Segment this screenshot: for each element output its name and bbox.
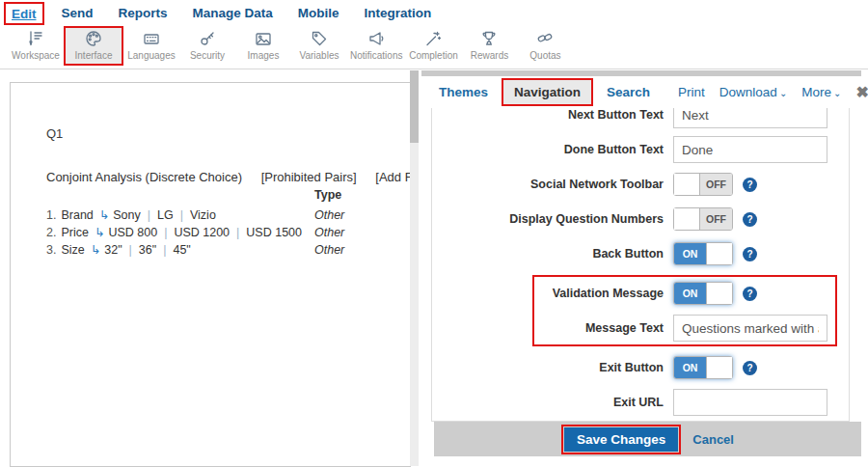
done-button-text-row: Done Button Text bbox=[432, 136, 849, 163]
attribute-level: 32" bbox=[104, 243, 122, 257]
social-network-toolbar-label: Social Network Toolbar bbox=[432, 178, 664, 191]
nav-item-integration[interactable]: Integration bbox=[365, 6, 432, 20]
help-icon[interactable]: ? bbox=[743, 361, 757, 375]
toolbar-item-quotas[interactable]: Quotas bbox=[517, 26, 573, 61]
chain-links-icon bbox=[535, 29, 555, 48]
interface-palette-icon bbox=[84, 29, 103, 48]
toolbar-item-variables[interactable]: Variables bbox=[291, 26, 347, 61]
key-icon bbox=[198, 29, 217, 48]
more-label: More bbox=[801, 85, 831, 99]
done-button-text-label: Done Button Text bbox=[432, 143, 664, 156]
display-question-numbers-row: Display Question Numbers OFF ? bbox=[432, 206, 849, 233]
attribute-row: 2.Price↳USD 800|USD 1200|USD 1500 Other bbox=[46, 224, 411, 241]
vertical-scrollbar[interactable] bbox=[410, 70, 419, 466]
toolbar-item-completion[interactable]: Completion bbox=[405, 26, 461, 61]
toggle-state-label: OFF bbox=[700, 174, 732, 195]
social-network-toolbar-row: Social Network Toolbar OFF ? bbox=[432, 171, 849, 198]
prohibited-pairs-link[interactable]: [Prohibited Pairs] bbox=[261, 170, 357, 184]
scrollbar-thumb[interactable] bbox=[410, 70, 419, 143]
level-arrow-icon: ↳ bbox=[91, 243, 100, 257]
nav-item-mobile[interactable]: Mobile bbox=[298, 6, 339, 20]
download-link[interactable]: Download⌄ bbox=[719, 85, 787, 99]
attribute-number: 3. bbox=[46, 243, 56, 257]
help-icon[interactable]: ? bbox=[743, 178, 757, 192]
megaphone-icon bbox=[366, 29, 386, 48]
more-link[interactable]: More⌄ bbox=[801, 85, 841, 99]
message-text-row: Message Text bbox=[534, 315, 835, 342]
toolbar-item-label: Completion bbox=[409, 50, 458, 61]
back-button-toggle[interactable]: ON bbox=[673, 242, 733, 265]
toolbar-item-notifications[interactable]: Notifications bbox=[347, 26, 405, 61]
question-title: Conjoint Analysis (Discrete Choice) bbox=[46, 170, 242, 184]
toolbar-item-images[interactable]: Images bbox=[235, 26, 291, 61]
pipe-separator: | bbox=[180, 208, 183, 222]
nav-item-reports[interactable]: Reports bbox=[119, 6, 168, 20]
settings-tab-bar: Themes Navigation Search Print Download⌄… bbox=[421, 76, 861, 108]
social-network-toolbar-toggle[interactable]: OFF bbox=[673, 173, 733, 196]
validation-message-label: Validation Message bbox=[534, 287, 664, 300]
back-button-row: Back Button ON ? bbox=[432, 240, 849, 267]
toolbar-item-workspace[interactable]: Workspace bbox=[8, 26, 64, 61]
toolbar-item-interface[interactable]: Interface bbox=[64, 26, 123, 66]
attribute-name: Brand bbox=[61, 208, 93, 222]
toolbar-item-label: Languages bbox=[127, 50, 176, 61]
toggle-knob bbox=[706, 243, 732, 264]
exit-url-label: Exit URL bbox=[432, 396, 664, 409]
toolbar-item-rewards[interactable]: Rewards bbox=[461, 26, 517, 61]
question-title-row: Conjoint Analysis (Discrete Choice) [Pro… bbox=[46, 170, 411, 184]
toolbar-item-label: Images bbox=[248, 50, 280, 61]
done-button-text-input[interactable] bbox=[673, 136, 827, 163]
chevron-down-icon: ⌄ bbox=[833, 88, 841, 98]
toggle-state-label: ON bbox=[674, 283, 706, 304]
print-link[interactable]: Print bbox=[678, 85, 705, 99]
help-icon[interactable]: ? bbox=[743, 247, 757, 261]
edit-toolbar: Workspace Interface Languages Security I… bbox=[0, 26, 868, 69]
toolbar-item-label: Interface bbox=[75, 50, 113, 61]
exit-url-input[interactable] bbox=[673, 389, 827, 416]
nav-item-manage-data[interactable]: Manage Data bbox=[193, 6, 273, 20]
next-button-text-row: Next Button Text bbox=[432, 108, 849, 128]
toggle-state-label: OFF bbox=[700, 208, 732, 230]
toolbar-item-security[interactable]: Security bbox=[179, 26, 235, 61]
close-icon[interactable]: ✖ bbox=[855, 83, 868, 101]
image-icon bbox=[254, 29, 273, 48]
save-changes-button[interactable]: Save Changes bbox=[564, 427, 678, 452]
toggle-state-label: ON bbox=[674, 243, 706, 264]
help-icon[interactable]: ? bbox=[743, 287, 757, 301]
validation-message-toggle[interactable]: ON bbox=[673, 282, 733, 305]
nav-item-edit[interactable]: Edit bbox=[12, 7, 37, 21]
chevron-down-icon: ⌄ bbox=[779, 88, 787, 98]
attribute-number: 2. bbox=[46, 226, 56, 239]
pipe-separator: | bbox=[129, 243, 132, 257]
toolbar-item-label: Quotas bbox=[529, 50, 560, 61]
tag-icon bbox=[310, 29, 329, 48]
display-question-numbers-toggle[interactable]: OFF bbox=[673, 207, 733, 231]
survey-preview-panel: Q1 Conjoint Analysis (Discrete Choice) [… bbox=[10, 82, 411, 467]
tab-themes[interactable]: Themes bbox=[439, 85, 488, 99]
attribute-name: Size bbox=[61, 243, 84, 257]
save-highlight-box: Save Changes bbox=[561, 425, 681, 454]
toggle-knob bbox=[674, 174, 700, 195]
next-button-text-input[interactable] bbox=[673, 108, 827, 128]
add-fixed-tasks-link[interactable]: [Add Fixed Tasks bbox=[375, 170, 411, 184]
tab-navigation[interactable]: Navigation bbox=[502, 78, 593, 106]
toolbar-item-label: Notifications bbox=[350, 50, 402, 61]
trophy-icon bbox=[479, 29, 499, 48]
exit-button-row: Exit Button ON ? bbox=[432, 354, 849, 381]
attribute-row: 3.Size↳32"|36"|45" Other bbox=[46, 241, 411, 259]
nav-item-send[interactable]: Send bbox=[62, 6, 94, 20]
settings-footer: Save Changes Cancel bbox=[434, 422, 861, 456]
help-icon[interactable]: ? bbox=[743, 212, 757, 227]
attribute-type: Other bbox=[314, 206, 344, 224]
edit-highlight-box: Edit bbox=[4, 2, 44, 25]
message-text-input[interactable] bbox=[673, 315, 827, 342]
exit-button-toggle[interactable]: ON bbox=[673, 356, 733, 379]
toolbar-item-label: Rewards bbox=[471, 50, 508, 61]
attribute-level: USD 800 bbox=[108, 226, 157, 239]
toggle-knob bbox=[674, 208, 700, 230]
toolbar-item-languages[interactable]: Languages bbox=[123, 26, 179, 61]
attribute-level: USD 1200 bbox=[174, 226, 230, 239]
tab-search[interactable]: Search bbox=[607, 85, 650, 99]
pipe-separator: | bbox=[236, 226, 239, 239]
cancel-link[interactable]: Cancel bbox=[692, 432, 734, 447]
